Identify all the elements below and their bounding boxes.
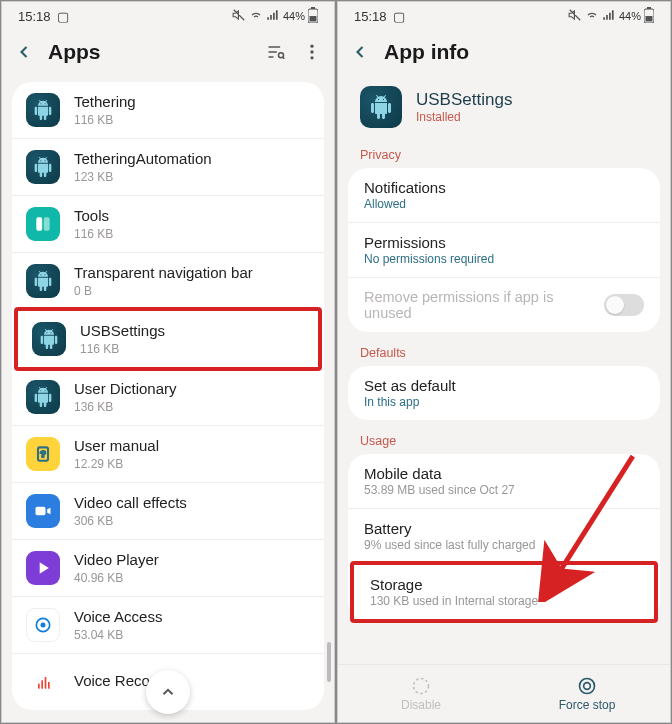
app-name: TetheringAutomation (74, 150, 212, 169)
setting-row[interactable]: NotificationsAllowed (348, 168, 660, 222)
app-row[interactable]: Voice Access53.04 KB (12, 596, 324, 653)
svg-rect-19 (647, 7, 651, 9)
highlighted-app-row[interactable]: USBSettings116 KB (14, 307, 322, 371)
app-size: 116 KB (80, 342, 165, 356)
setting-sub: 9% used since last fully charged (364, 538, 535, 552)
svg-rect-1 (311, 7, 315, 9)
svg-point-4 (310, 45, 313, 48)
app-size: 12.29 KB (74, 457, 159, 471)
svg-point-13 (41, 623, 46, 628)
wifi-icon (249, 8, 263, 24)
app-row[interactable]: Video call effects306 KB (12, 482, 324, 539)
disable-button: Disable (338, 665, 504, 722)
disable-label: Disable (401, 698, 441, 712)
battery-icon (308, 7, 318, 25)
app-icon (26, 551, 60, 585)
remove-permissions-label: Remove permissions if app is unused (364, 289, 604, 321)
status-bar: 15:18 ▢ 44% (2, 2, 334, 30)
remove-permissions-toggle[interactable] (604, 294, 644, 316)
scrollbar[interactable] (327, 642, 331, 682)
phone-app-info: 15:18 ▢ 44% App info (337, 1, 671, 723)
mute-icon (568, 8, 582, 24)
setting-row[interactable]: PermissionsNo permissions required (348, 222, 660, 277)
svg-rect-14 (38, 684, 40, 689)
app-size: 0 B (74, 284, 253, 298)
app-name: USBSettings (416, 90, 512, 110)
app-size: 116 KB (74, 113, 136, 127)
app-icon (26, 150, 60, 184)
mute-icon (232, 8, 246, 24)
app-name: Video Player (74, 551, 159, 570)
app-status: Installed (416, 110, 512, 124)
setting-row[interactable]: Set as defaultIn this app (348, 366, 660, 420)
apps-scroll[interactable]: Tethering116 KBTetheringAutomation123 KB… (2, 82, 334, 722)
signal-icon (602, 8, 616, 24)
svg-rect-11 (36, 507, 46, 515)
highlighted-setting-row[interactable]: Storage130 KB used in Internal storage (350, 561, 658, 623)
signal-icon (266, 8, 280, 24)
apps-header: Apps (2, 30, 334, 82)
svg-point-22 (580, 678, 595, 693)
setting-sub: In this app (364, 395, 456, 409)
svg-rect-20 (646, 16, 653, 22)
svg-point-23 (584, 682, 591, 689)
section-usage-label: Usage (338, 432, 670, 454)
setting-sub: Allowed (364, 197, 446, 211)
app-size: 306 KB (74, 514, 187, 528)
svg-rect-8 (44, 217, 50, 230)
battery-icon (644, 7, 654, 25)
app-row[interactable]: Video Player40.96 KB (12, 539, 324, 596)
back-icon[interactable] (350, 42, 370, 62)
setting-row[interactable]: Storage130 KB used in Internal storage (354, 565, 654, 619)
force-stop-button[interactable]: Force stop (504, 665, 670, 722)
setting-sub: No permissions required (364, 252, 494, 266)
app-size: 53.04 KB (74, 628, 162, 642)
app-icon (26, 93, 60, 127)
app-icon (32, 322, 66, 356)
setting-title: Permissions (364, 234, 494, 251)
more-icon[interactable] (302, 42, 322, 62)
setting-row[interactable]: Battery9% used since last fully charged (348, 508, 660, 563)
back-icon[interactable] (14, 42, 34, 62)
app-icon (26, 608, 60, 642)
app-name: Video call effects (74, 494, 187, 513)
svg-point-5 (310, 50, 313, 53)
app-row[interactable]: Tools116 KB (12, 195, 324, 252)
app-icon (26, 494, 60, 528)
svg-point-21 (414, 678, 429, 693)
app-row[interactable]: User Dictionary136 KB (12, 369, 324, 425)
section-defaults-label: Defaults (338, 344, 670, 366)
battery-text: 44% (619, 10, 641, 22)
appinfo-header: App info (338, 30, 670, 82)
app-name: User manual (74, 437, 159, 456)
svg-rect-16 (45, 677, 47, 689)
status-time: 15:18 (18, 9, 51, 24)
app-icon (26, 665, 60, 699)
app-icon (26, 264, 60, 298)
setting-title: Battery (364, 520, 535, 537)
app-name: Transparent navigation bar (74, 264, 253, 283)
app-row[interactable]: TetheringAutomation123 KB (12, 138, 324, 195)
app-row[interactable]: Tethering116 KB (12, 82, 324, 138)
app-name: USBSettings (80, 322, 165, 341)
svg-text:?: ? (40, 449, 46, 459)
page-title: Apps (48, 40, 252, 64)
app-row[interactable]: Transparent navigation bar0 B (12, 252, 324, 309)
app-size: 116 KB (74, 227, 113, 241)
app-row[interactable]: USBSettings116 KB (18, 311, 318, 367)
picture-icon: ▢ (393, 9, 405, 24)
page-title: App info (384, 40, 658, 64)
remove-permissions-row[interactable]: Remove permissions if app is unused (348, 277, 660, 332)
svg-rect-2 (310, 16, 317, 22)
app-size: 123 KB (74, 170, 212, 184)
setting-row[interactable]: Mobile data53.89 MB used since Oct 27 (348, 454, 660, 508)
scroll-to-top-button[interactable] (146, 670, 190, 714)
bottom-bar: Disable Force stop (338, 664, 670, 722)
app-info-header-row: USBSettings Installed (338, 82, 670, 146)
app-row[interactable]: ?User manual12.29 KB (12, 425, 324, 482)
svg-point-6 (310, 56, 313, 59)
wifi-icon (585, 8, 599, 24)
section-privacy-label: Privacy (338, 146, 670, 168)
app-size: 40.96 KB (74, 571, 159, 585)
search-filter-icon[interactable] (266, 42, 286, 62)
